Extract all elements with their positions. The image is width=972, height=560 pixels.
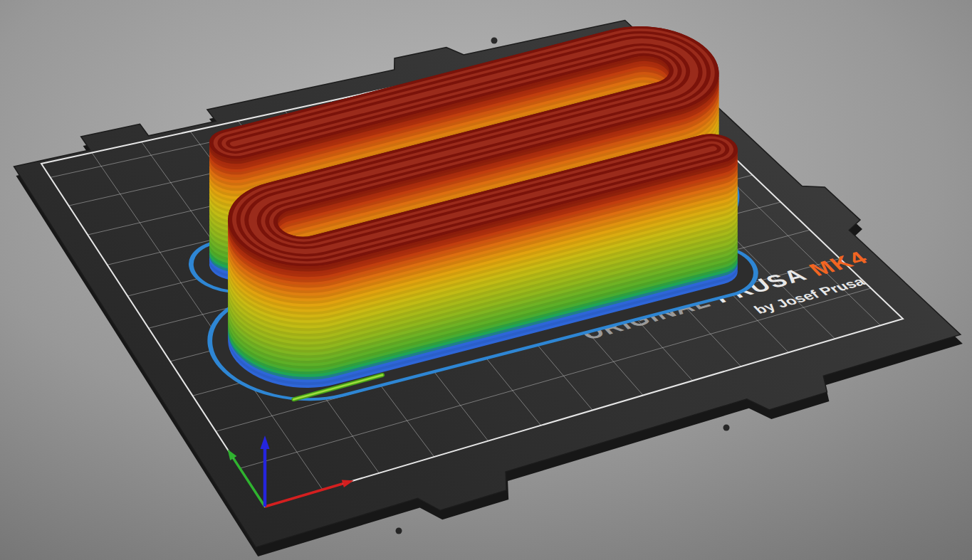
scene-3d[interactable]: ORIGINALPRUSAMK4 by Josef Prusa [0,0,972,560]
screw-hole-dot [396,528,402,534]
screw-hole-dot [491,38,498,44]
screw-hole-dot [723,425,730,431]
slicer-viewport[interactable]: ORIGINALPRUSAMK4 by Josef Prusa [0,0,972,560]
